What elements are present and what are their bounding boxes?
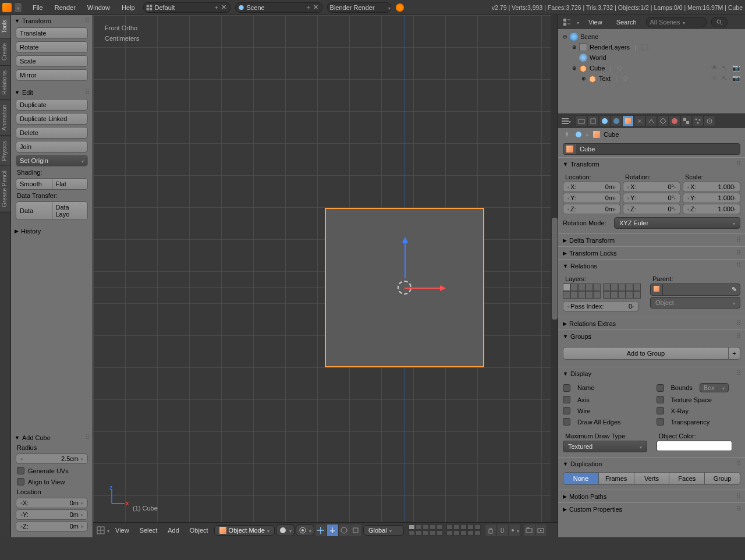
join-button[interactable]: Join	[16, 141, 88, 153]
tab-modifiers[interactable]	[645, 115, 657, 127]
scene-selector[interactable]: Scene + ✕	[235, 2, 322, 13]
transform-panel-header[interactable]: ▼Transform⠿	[558, 157, 745, 170]
transform-locks-header[interactable]: ▶Transform Locks⠿	[558, 246, 745, 259]
menu-render[interactable]: Render	[49, 4, 81, 11]
object-color-picker[interactable]	[657, 441, 732, 451]
location-x-input[interactable]: ◂X:0m▸	[563, 182, 620, 192]
add-cube-header[interactable]: ▼Add Cube⠿	[11, 432, 93, 443]
dup-group-button[interactable]: Group	[705, 472, 740, 485]
tree-render-layers[interactable]: ⊕RenderLayers|	[563, 42, 740, 52]
smooth-button[interactable]: Smooth	[16, 178, 52, 190]
tab-texture[interactable]	[680, 115, 692, 127]
display-panel-header[interactable]: ▼Display⠿	[558, 367, 745, 380]
editor-type-dropdown[interactable]	[14, 2, 22, 13]
object-menu[interactable]: Object	[185, 527, 213, 534]
rotation-y-input[interactable]: ◂Y:0°▸	[623, 193, 680, 203]
parent-type-dropdown[interactable]: Object	[650, 297, 740, 309]
tree-world[interactable]: World	[563, 52, 740, 63]
lock-camera-toggle[interactable]	[485, 524, 497, 536]
duplication-panel-header[interactable]: ▼Duplication⠿	[558, 457, 745, 470]
render-engine-selector[interactable]: Blender Render	[327, 2, 391, 13]
history-panel-header[interactable]: ▶History	[11, 226, 93, 236]
scene-layers[interactable]	[409, 524, 481, 536]
rotation-mode-dropdown[interactable]: XYZ Euler	[614, 217, 740, 229]
tab-render[interactable]	[576, 115, 587, 127]
add-scene-button[interactable]: +	[305, 3, 313, 12]
loc-z-input[interactable]: ◂Z:0m▸	[16, 521, 88, 531]
manipulator-toggle[interactable]	[315, 524, 327, 536]
loc-x-input[interactable]: ◂X:0m▸	[16, 498, 88, 508]
radius-input[interactable]: ◂2.5cm▸	[16, 453, 88, 464]
tab-render-layers[interactable]	[587, 115, 599, 127]
mirror-button[interactable]: Mirror	[16, 69, 88, 81]
tab-world[interactable]	[611, 115, 622, 127]
set-origin-dropdown[interactable]: Set Origin	[16, 155, 88, 166]
eye-icon[interactable]: 👁	[711, 64, 719, 72]
outliner-editor-icon[interactable]	[562, 17, 572, 27]
tree-text[interactable]: ⊕Text| 👁↖📷	[563, 73, 740, 84]
outliner-filter-dropdown[interactable]: All Scenes	[646, 17, 707, 27]
camera-render-icon[interactable]: 📷	[732, 75, 740, 83]
tab-scene[interactable]	[599, 115, 611, 127]
outliner-view-menu[interactable]: View	[584, 19, 607, 26]
display-xray-checkbox[interactable]: X-Ray	[657, 406, 741, 416]
manipulator-rotate[interactable]	[339, 524, 350, 536]
rotate-button[interactable]: Rotate	[16, 41, 88, 53]
tree-scene[interactable]: ⊖Scene	[563, 31, 740, 42]
display-texspace-checkbox[interactable]: Texture Space	[657, 395, 741, 405]
select-menu[interactable]: Select	[135, 527, 162, 534]
add-layout-button[interactable]: +	[213, 3, 221, 12]
view-menu[interactable]: View	[111, 527, 134, 534]
display-axis-checkbox[interactable]: Axis	[563, 395, 647, 405]
tab-particles[interactable]	[692, 115, 704, 127]
duplicate-button[interactable]: Duplicate	[16, 99, 88, 111]
shading-selector[interactable]	[276, 524, 295, 536]
scale-x-input[interactable]: ◂X:1.000▸	[683, 182, 740, 192]
remove-layout-button[interactable]: ✕	[220, 3, 228, 12]
max-draw-type-dropdown[interactable]: Textured	[563, 441, 647, 452]
properties-editor-icon[interactable]	[560, 116, 571, 126]
tab-tools[interactable]: Tools	[0, 15, 10, 38]
object-name-field[interactable]	[563, 143, 740, 155]
screen-layout-selector[interactable]: Default + ✕	[143, 2, 230, 13]
rotation-x-input[interactable]: ◂X:0°▸	[623, 182, 680, 192]
gizmo-z-axis[interactable]	[405, 238, 406, 278]
opengl-render-anim-button[interactable]	[535, 524, 547, 536]
outliner-search-field[interactable]	[711, 17, 728, 27]
tab-create[interactable]: Create	[0, 38, 10, 66]
mode-selector[interactable]: Object Mode	[214, 525, 275, 536]
snap-element-dropdown[interactable]	[509, 524, 520, 536]
motion-paths-header[interactable]: ▶Motion Paths⠿	[558, 490, 745, 502]
flat-button[interactable]: Flat	[52, 178, 88, 190]
display-name-checkbox[interactable]: Name	[563, 382, 647, 394]
outliner-search-menu[interactable]: Search	[612, 19, 641, 26]
dup-none-button[interactable]: None	[563, 472, 599, 485]
custom-properties-header[interactable]: ▶Custom Properties⠿	[558, 502, 745, 515]
gizmo-x-axis[interactable]	[405, 288, 445, 289]
rotation-z-input[interactable]: ◂Z:0°▸	[623, 204, 680, 214]
align-to-view-checkbox[interactable]: Align to View	[11, 476, 93, 487]
duplicate-linked-button[interactable]: Duplicate Linked	[16, 113, 88, 125]
object-layers[interactable]	[563, 283, 641, 299]
add-menu[interactable]: Add	[163, 527, 184, 534]
display-wire-checkbox[interactable]: Wire	[563, 406, 647, 416]
pass-index-input[interactable]: ◂Pass Index:0▸	[563, 301, 638, 311]
edit-panel-header[interactable]: ▼Edit⠿	[11, 87, 93, 98]
location-z-input[interactable]: ◂Z:0m▸	[563, 204, 620, 214]
eye-icon[interactable]: 👁	[711, 75, 719, 83]
tab-grease-pencil[interactable]: Grease Pencil	[0, 166, 10, 212]
tab-object[interactable]	[622, 115, 634, 127]
transform-panel-header[interactable]: ▼Transform⠿	[11, 15, 93, 26]
generate-uvs-checkbox[interactable]: Generate UVs	[11, 465, 93, 476]
tab-relations[interactable]: Relations	[0, 66, 10, 100]
data-layout-button[interactable]: Data Layo	[52, 201, 88, 220]
add-to-group-button[interactable]: Add to Group+	[563, 347, 740, 360]
menu-window[interactable]: Window	[81, 4, 116, 11]
object-name-input[interactable]	[576, 144, 740, 154]
relations-panel-header[interactable]: ▼Relations⠿	[558, 259, 745, 272]
tab-physics[interactable]	[704, 115, 715, 127]
tree-cube[interactable]: ⊕Cube| 👁↖📷	[563, 63, 740, 73]
scale-z-input[interactable]: ◂Z:1.000▸	[683, 204, 740, 214]
orientation-selector[interactable]: Global	[363, 525, 404, 536]
viewport-scrollbar[interactable]	[551, 15, 558, 522]
